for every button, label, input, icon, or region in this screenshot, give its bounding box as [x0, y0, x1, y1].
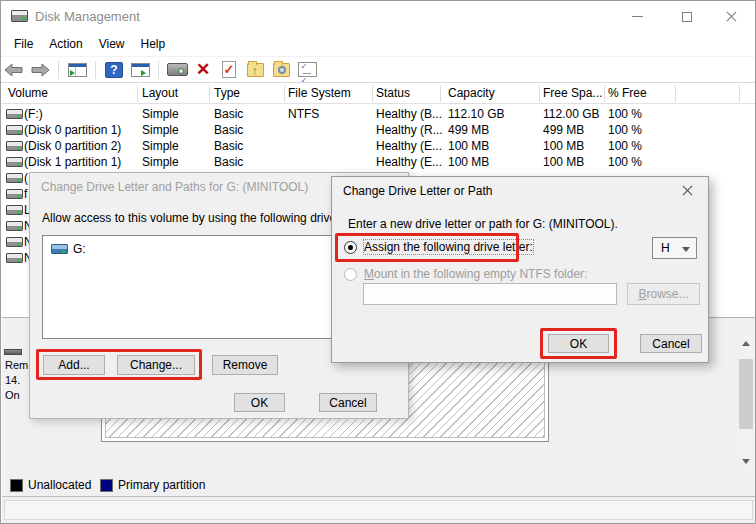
show-action-pane-icon[interactable] [127, 59, 153, 81]
volume-icon [6, 141, 23, 151]
cell-capacity: 100 MB [448, 155, 489, 169]
dialog-close-button[interactable] [672, 179, 702, 201]
back-icon[interactable] [1, 59, 27, 81]
primary-partition-swatch [100, 479, 113, 492]
help-icon[interactable]: ? [101, 59, 127, 81]
unallocated-swatch [10, 479, 23, 492]
change-button[interactable]: Change... [117, 355, 195, 375]
scroll-down-icon[interactable] [738, 453, 754, 470]
ok-button[interactable]: OK [548, 334, 609, 353]
disk-management-app-icon [11, 10, 28, 22]
cell-layout: Simple [142, 139, 179, 153]
column-pct-free[interactable]: % Free [608, 86, 647, 100]
volume-icon [6, 237, 23, 247]
cell-pctfree: 100 % [608, 139, 642, 153]
disk-management-window: Disk Management File Action View Help ? … [0, 0, 756, 524]
table-row[interactable]: (Disk 1 partition 1) Simple Basic Health… [2, 154, 756, 170]
disk-type-label: Rem [5, 359, 28, 371]
disk-status-label: On [5, 389, 20, 401]
scroll-up-icon[interactable] [738, 335, 754, 352]
volume-icon [6, 109, 23, 119]
menu-file[interactable]: File [6, 34, 41, 54]
toolbar: ? ✕ ✓ ↑ ✓✓ [1, 56, 755, 83]
cell-free: 499 MB [543, 123, 584, 137]
cell-volume: ( [24, 171, 28, 185]
column-file-system[interactable]: File System [288, 86, 351, 100]
selected-drive-letter: H [661, 241, 670, 255]
close-button[interactable] [709, 1, 753, 32]
toolbar-separator [158, 61, 159, 79]
show-console-tree-icon[interactable] [64, 59, 90, 81]
cell-layout: Simple [142, 155, 179, 169]
list-item[interactable]: G: [73, 242, 86, 256]
check-document-icon[interactable]: ✓ [216, 59, 242, 81]
scrollbar-thumb[interactable] [739, 359, 753, 429]
toolbar-separator [95, 61, 96, 79]
mount-folder-input[interactable] [363, 283, 617, 305]
dialog-instruction: Allow access to this volume by using the… [42, 211, 366, 225]
status-panel [4, 500, 753, 520]
cell-volume: (Disk 0 partition 1) [24, 123, 121, 137]
cell-fs: NTFS [288, 107, 319, 121]
menu-help[interactable]: Help [133, 34, 174, 54]
disk-size-label: 14. [5, 374, 20, 386]
table-row[interactable]: (Disk 0 partition 2) Simple Basic Health… [2, 138, 756, 154]
disk-icon [4, 349, 22, 355]
menu-action[interactable]: Action [41, 34, 90, 54]
volume-list-header: Volume Layout Type File System Status Ca… [2, 83, 756, 104]
tasklist-icon[interactable]: ✓✓ [294, 59, 320, 81]
legend-bar: Unallocated Primary partition [2, 469, 756, 497]
folder-search-icon[interactable] [268, 59, 294, 81]
cancel-button[interactable]: Cancel [319, 393, 377, 412]
legend-label: Unallocated [28, 478, 91, 492]
browse-button[interactable]: Browse... [627, 283, 700, 305]
dialog-instruction: Enter a new drive letter or path for G: … [348, 217, 618, 231]
add-button[interactable]: Add... [43, 355, 105, 375]
status-bar [2, 497, 756, 524]
ok-button[interactable]: OK [234, 393, 285, 412]
drive-letter-select[interactable]: H [652, 237, 697, 259]
radio-unchecked-icon[interactable] [344, 268, 357, 281]
volume-icon [6, 157, 23, 167]
remove-button[interactable]: Remove [212, 355, 278, 375]
cancel-button[interactable]: Cancel [640, 334, 702, 353]
minimize-button[interactable] [615, 1, 659, 32]
column-layout[interactable]: Layout [142, 86, 178, 100]
maximize-button[interactable] [665, 1, 709, 32]
delete-icon[interactable]: ✕ [190, 59, 216, 81]
monitor-icon[interactable] [164, 59, 190, 81]
table-row[interactable]: (F:) Simple Basic NTFS Healthy (B... 112… [2, 106, 756, 122]
minimize-icon [632, 16, 643, 17]
volume-icon [6, 253, 23, 263]
cell-status: Healthy (B... [376, 107, 442, 121]
folder-up-icon[interactable]: ↑ [242, 59, 268, 81]
chevron-down-icon [682, 247, 690, 252]
cell-type: Basic [214, 155, 243, 169]
dialog-title: Change Drive Letter and Paths for G: (MI… [41, 180, 308, 194]
vertical-scrollbar[interactable] [738, 335, 754, 470]
volume-icon [6, 205, 23, 215]
menu-bar: File Action View Help [1, 32, 755, 56]
column-free-space[interactable]: Free Spa... [543, 86, 602, 100]
radio-checked-icon[interactable] [344, 241, 357, 254]
drive-icon [51, 244, 68, 254]
cell-type: Basic [214, 139, 243, 153]
column-capacity[interactable]: Capacity [448, 86, 495, 100]
forward-icon[interactable] [27, 59, 53, 81]
assign-drive-letter-radio[interactable]: Assign the following drive letter: [344, 240, 533, 254]
cell-free: 100 MB [543, 139, 584, 153]
cell-free: 100 MB [543, 155, 584, 169]
table-row[interactable]: (Disk 0 partition 1) Simple Basic Health… [2, 122, 756, 138]
cell-volume: (Disk 0 partition 2) [24, 139, 121, 153]
menu-view[interactable]: View [91, 34, 133, 54]
cell-pctfree: 100 % [608, 107, 642, 121]
column-volume[interactable]: Volume [8, 86, 48, 100]
cell-volume: (F:) [24, 107, 43, 121]
mount-folder-radio[interactable]: Mount in the following empty NTFS folder… [344, 267, 587, 281]
legend-primary-partition: Primary partition [100, 478, 205, 492]
title-bar: Disk Management [1, 1, 755, 32]
radio-label[interactable]: Assign the following drive letter: [364, 240, 533, 254]
column-type[interactable]: Type [214, 86, 240, 100]
cell-type: Basic [214, 107, 243, 121]
column-status[interactable]: Status [376, 86, 410, 100]
